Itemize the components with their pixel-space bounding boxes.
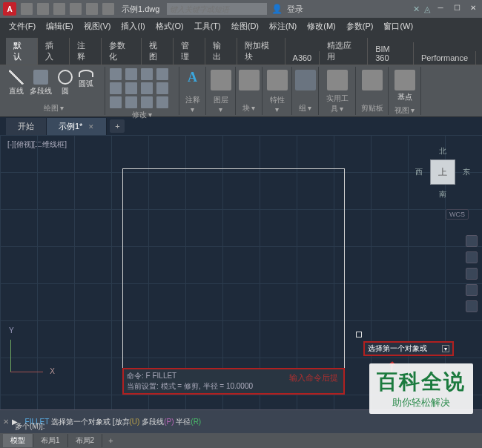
explode-icon[interactable] — [156, 82, 168, 94]
offset-icon[interactable] — [156, 96, 168, 108]
menu-tools[interactable]: 工具(T) — [190, 19, 225, 33]
layout1-tab[interactable]: 布局1 — [33, 434, 68, 447]
search-input[interactable] — [167, 3, 267, 15]
trim-icon[interactable] — [141, 68, 153, 80]
pan-icon[interactable] — [466, 251, 478, 263]
qat-open-icon[interactable] — [37, 3, 49, 15]
viewcube-top[interactable]: 上 — [430, 159, 455, 185]
panel-annotate-label[interactable]: 注释 ▾ — [184, 93, 201, 113]
menu-edit[interactable]: 编辑(E) — [42, 19, 78, 33]
tab-document[interactable]: 示例1*✕ — [47, 118, 107, 135]
viewcube-south[interactable]: 南 — [439, 189, 446, 200]
tab-manage[interactable]: 管理 — [174, 38, 205, 65]
circle-button[interactable]: 圆 — [56, 68, 74, 98]
stretch-icon[interactable] — [110, 96, 122, 108]
panel-layers-label[interactable]: 图层 ▾ — [211, 93, 231, 113]
mirror-icon[interactable] — [125, 82, 137, 94]
menu-insert[interactable]: 插入(I) — [116, 19, 149, 33]
annotation-text: 输入命令后提 — [289, 372, 338, 383]
menu-modify[interactable]: 修改(M) — [303, 19, 340, 33]
showmotion-icon[interactable] — [466, 300, 478, 312]
cursor-pickbox — [356, 332, 362, 337]
document-title: 示例1.dwg — [122, 4, 159, 15]
qat-save-icon[interactable] — [53, 3, 65, 15]
tab-performance[interactable]: Performance — [414, 51, 476, 65]
layers-button[interactable] — [211, 68, 231, 92]
fillet-icon[interactable] — [141, 82, 153, 94]
drawn-rectangle[interactable] — [122, 168, 345, 391]
new-tab-button[interactable]: + — [110, 119, 125, 133]
ucs-icon[interactable]: Y X — [10, 334, 49, 372]
qat-redo-icon[interactable] — [102, 3, 114, 15]
login-link[interactable]: 登录 — [287, 4, 303, 15]
erase-icon[interactable] — [156, 68, 168, 80]
tab-default[interactable]: 默认 — [6, 38, 38, 65]
utilities-button[interactable] — [323, 68, 351, 92]
move-icon[interactable] — [110, 68, 122, 80]
text-button[interactable]: A — [184, 68, 201, 87]
panel-utilities-label[interactable]: 实用工具 ▾ — [323, 92, 351, 114]
array-icon[interactable] — [141, 96, 153, 108]
basepoint-button[interactable]: 基点 — [393, 68, 416, 104]
model-tab[interactable]: 模型 — [3, 434, 33, 447]
tab-featured[interactable]: 精选应用 — [320, 38, 368, 65]
clipboard-button[interactable] — [360, 68, 383, 92]
panel-properties-label[interactable]: 特性 ▾ — [267, 93, 287, 113]
app-logo[interactable]: A — [3, 2, 16, 16]
qat-saveas-icon[interactable] — [70, 3, 82, 15]
tab-bim360[interactable]: BIM 360 — [368, 42, 414, 65]
scale-icon[interactable] — [125, 96, 137, 108]
steering-wheel-icon[interactable] — [466, 235, 478, 247]
polyline-button[interactable]: 多段线 — [28, 68, 53, 98]
qat-undo-icon[interactable] — [86, 3, 98, 15]
qat-new-icon[interactable] — [21, 3, 33, 15]
tab-parametric[interactable]: 参数化 — [102, 38, 142, 65]
menu-window[interactable]: 窗口(W) — [379, 19, 417, 33]
properties-button[interactable] — [267, 68, 287, 92]
line-button[interactable]: 直线 — [7, 68, 25, 98]
minimize-button[interactable]: ─ — [435, 4, 446, 14]
tab-a360[interactable]: A360 — [285, 51, 320, 65]
rotate-icon[interactable] — [125, 68, 137, 80]
panel-draw-label[interactable]: 绘图 ▾ — [7, 102, 100, 113]
viewcube-north[interactable]: 北 — [439, 146, 446, 157]
tab-output[interactable]: 输出 — [205, 38, 237, 65]
ribbon-tabs: 默认 插入 注释 参数化 视图 管理 输出 附加模块 A360 精选应用 BIM… — [0, 49, 482, 65]
copy-icon[interactable] — [110, 82, 122, 94]
menu-view[interactable]: 视图(V) — [79, 19, 116, 33]
viewcube-west[interactable]: 西 — [415, 167, 423, 177]
user-icon[interactable]: 👤 — [271, 4, 283, 14]
tab-annotate[interactable]: 注释 — [70, 38, 102, 65]
group-button[interactable] — [297, 68, 314, 92]
panel-group-label[interactable]: 组 ▾ — [297, 102, 314, 113]
maximize-button[interactable]: ☐ — [451, 4, 463, 14]
cmdline-close-icon[interactable]: ✕ — [3, 418, 9, 426]
add-layout-button[interactable]: + — [102, 435, 119, 447]
layout2-tab[interactable]: 布局2 — [68, 434, 103, 447]
zoom-extents-icon[interactable] — [466, 268, 478, 280]
panel-view-label[interactable]: 视图 ▾ — [393, 104, 416, 116]
tab-start[interactable]: 开始 — [6, 118, 47, 135]
tab-view[interactable]: 视图 — [142, 38, 174, 65]
panel-block-label[interactable]: 块 ▾ — [240, 102, 257, 113]
menu-dimension[interactable]: 标注(N) — [265, 19, 301, 33]
menu-draw[interactable]: 绘图(D) — [227, 19, 263, 33]
menu-format[interactable]: 格式(O) — [151, 19, 188, 33]
close-tab-icon[interactable]: ✕ — [88, 123, 94, 131]
wcs-label[interactable]: WCS — [446, 209, 469, 220]
viewcube-east[interactable]: 东 — [463, 167, 470, 177]
autodesk-icon[interactable]: ◬ — [424, 4, 430, 14]
panel-clipboard-label[interactable]: 剪贴板 — [360, 102, 383, 113]
panel-modify-label[interactable]: 修改 ▾ — [110, 108, 174, 120]
menu-file[interactable]: 文件(F) — [4, 19, 40, 33]
close-button[interactable]: ✕ — [467, 4, 479, 14]
tooltip-dropdown-icon[interactable]: ▾ — [442, 345, 449, 352]
view-cube[interactable]: 上 北 南 东 西 — [417, 146, 469, 198]
orbit-icon[interactable] — [466, 284, 478, 296]
menu-parametric[interactable]: 参数(P) — [342, 19, 378, 33]
exchange-icon[interactable]: ✕ — [413, 4, 420, 14]
arc-button[interactable]: 圆弧 — [77, 68, 95, 98]
tab-addins[interactable]: 附加模块 — [237, 38, 285, 65]
block-button[interactable] — [240, 68, 257, 92]
tab-insert[interactable]: 插入 — [38, 38, 70, 65]
